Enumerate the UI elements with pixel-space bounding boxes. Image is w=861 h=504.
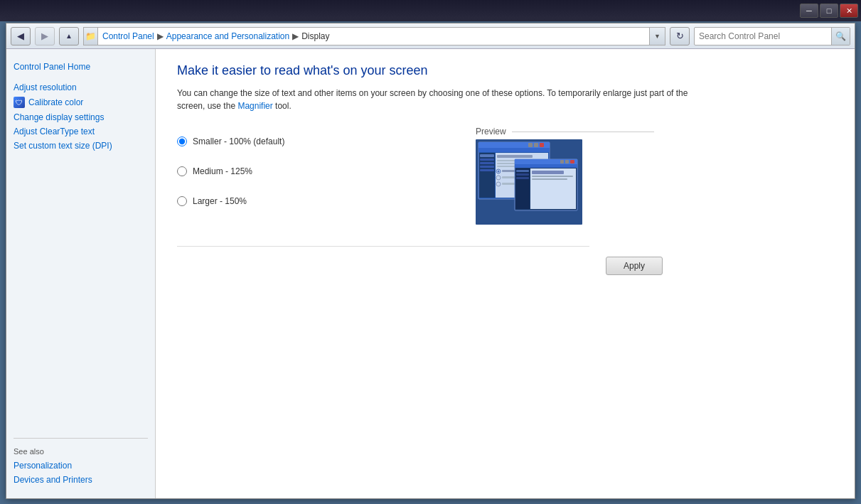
sidebar-item-home[interactable]: Control Panel Home [6,59,155,75]
svg-rect-29 [565,160,569,163]
sidebar-item-change-display[interactable]: Change display settings [6,110,155,124]
label-medium[interactable]: Medium - 125% [193,166,252,176]
search-box: 🔍 [694,27,850,45]
content-area: Control Panel Home Adjust resolution 🛡 C… [6,49,855,498]
sidebar-content: Control Panel Home Adjust resolution 🛡 C… [6,56,155,491]
bottom-divider [177,246,589,247]
svg-point-19 [498,171,500,173]
main-window: ◀ ▶ ▲ 📁 Control Panel ▶ Appearance and P… [6,23,855,499]
radio-larger[interactable] [177,196,187,206]
svg-rect-8 [480,154,494,157]
breadcrumb-dropdown[interactable]: ▼ [650,27,665,45]
taskbar-area: ─ □ ✕ [0,0,861,21]
window-controls: ─ □ ✕ [800,4,858,18]
sidebar-divider [14,438,148,439]
forward-button[interactable]: ▶ [35,27,55,45]
option-smaller[interactable]: Smaller - 100% (default) [177,127,447,156]
up-button[interactable]: ▲ [59,27,79,45]
sidebar-main-links: Control Panel Home Adjust resolution 🛡 C… [6,59,155,427]
svg-rect-12 [480,169,494,171]
svg-rect-3 [478,142,550,148]
sidebar: Control Panel Home Adjust resolution 🛡 C… [6,49,156,498]
sidebar-item-devices-printers[interactable]: Devices and Printers [6,473,155,487]
radio-options: Smaller - 100% (default) Medium - 125% L… [177,127,447,225]
breadcrumb-sep1: ▶ [157,31,164,41]
close-button[interactable]: ✕ [840,4,858,18]
search-input[interactable] [695,31,831,41]
breadcrumb: Control Panel ▶ Appearance and Personali… [97,27,650,45]
preview-image [476,139,582,225]
label-larger[interactable]: Larger - 150% [193,196,247,206]
breadcrumb-sep2: ▶ [292,31,299,41]
svg-rect-34 [516,177,529,179]
option-medium[interactable]: Medium - 125% [177,156,447,186]
svg-rect-4 [540,143,544,147]
preview-label: Preview [476,127,654,136]
folder-icon: 📁 [83,27,97,45]
svg-rect-11 [480,166,494,168]
breadcrumb-level2[interactable]: Appearance and Personalization [166,31,289,41]
address-bar: ◀ ▶ ▲ 📁 Control Panel ▶ Appearance and P… [6,23,855,49]
svg-rect-36 [532,171,564,174]
svg-rect-6 [528,143,533,147]
page-title: Make it easier to read what's on your sc… [177,63,833,78]
option-larger[interactable]: Larger - 150% [177,186,447,216]
sidebar-item-cleartype[interactable]: Adjust ClearType text [6,124,155,139]
svg-rect-30 [560,160,564,163]
svg-rect-5 [534,143,538,147]
sidebar-see-also: See also Personalization Devices and Pri… [6,427,155,491]
sidebar-item-adjust-resolution[interactable]: Adjust resolution [6,80,155,95]
shield-icon: 🛡 [14,97,25,108]
svg-rect-14 [497,155,533,158]
back-button[interactable]: ◀ [11,27,31,45]
svg-rect-35 [530,168,576,209]
svg-rect-33 [516,173,529,176]
radio-medium[interactable] [177,166,187,176]
main-panel: Make it easier to read what's on your sc… [156,49,855,498]
svg-rect-38 [532,178,567,180]
minimize-button[interactable]: ─ [800,4,818,18]
magnifier-link[interactable]: Magnifier [237,101,272,111]
bottom-section: Apply [177,246,833,275]
see-also-label: See also [6,444,155,459]
radio-smaller[interactable] [177,136,187,146]
search-icon[interactable]: 🔍 [831,28,850,45]
svg-rect-28 [570,160,574,163]
sidebar-item-calibrate-color[interactable]: 🛡 Calibrate color [6,95,155,110]
svg-rect-37 [532,176,573,177]
svg-rect-32 [516,170,529,172]
svg-rect-10 [480,162,494,164]
calibrate-color-label: Calibrate color [28,97,83,107]
apply-button[interactable]: Apply [606,257,663,275]
label-smaller[interactable]: Smaller - 100% (default) [193,136,284,146]
preview-section: Preview [476,127,654,225]
refresh-button[interactable]: ↻ [670,27,690,45]
desc-part2: tool. [273,101,292,111]
description: You can change the size of text and othe… [177,87,710,112]
svg-rect-9 [480,159,494,161]
breadcrumb-current: Display [301,31,329,41]
breadcrumb-root[interactable]: Control Panel [102,31,154,41]
sidebar-item-personalization[interactable]: Personalization [6,459,155,473]
maximize-button[interactable]: □ [820,4,838,18]
sidebar-item-custom-dpi[interactable]: Set custom text size (DPI) [6,139,155,153]
options-area: Smaller - 100% (default) Medium - 125% L… [177,127,833,225]
